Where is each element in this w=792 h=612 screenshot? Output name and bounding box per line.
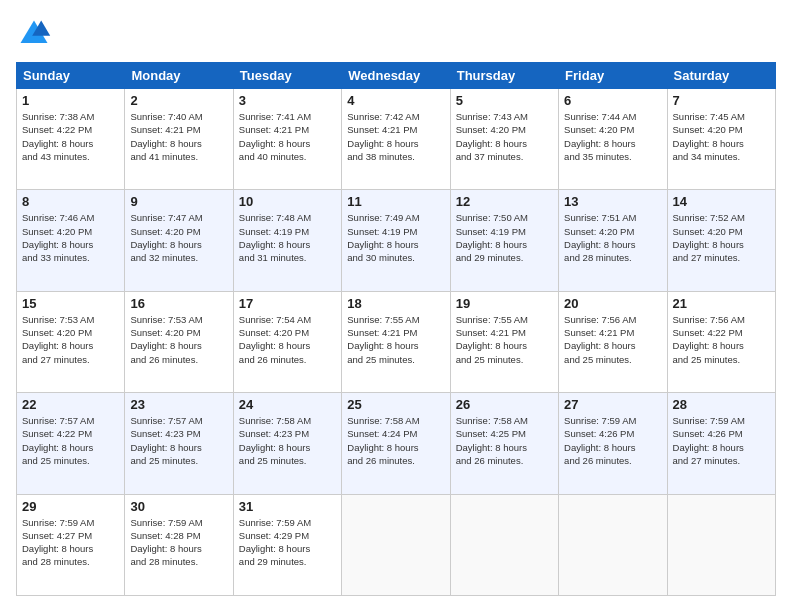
day-number: 15	[22, 296, 119, 311]
calendar-cell: 11Sunrise: 7:49 AM Sunset: 4:19 PM Dayli…	[342, 190, 450, 291]
day-info: Sunrise: 7:48 AM Sunset: 4:19 PM Dayligh…	[239, 211, 336, 264]
calendar-cell: 4Sunrise: 7:42 AM Sunset: 4:21 PM Daylig…	[342, 89, 450, 190]
calendar-cell: 14Sunrise: 7:52 AM Sunset: 4:20 PM Dayli…	[667, 190, 775, 291]
day-info: Sunrise: 7:44 AM Sunset: 4:20 PM Dayligh…	[564, 110, 661, 163]
logo	[16, 16, 56, 52]
day-info: Sunrise: 7:53 AM Sunset: 4:20 PM Dayligh…	[22, 313, 119, 366]
weekday-header-monday: Monday	[125, 63, 233, 89]
day-number: 21	[673, 296, 770, 311]
calendar-cell: 21Sunrise: 7:56 AM Sunset: 4:22 PM Dayli…	[667, 291, 775, 392]
calendar-cell: 28Sunrise: 7:59 AM Sunset: 4:26 PM Dayli…	[667, 393, 775, 494]
day-number: 23	[130, 397, 227, 412]
day-number: 7	[673, 93, 770, 108]
day-info: Sunrise: 7:57 AM Sunset: 4:22 PM Dayligh…	[22, 414, 119, 467]
day-info: Sunrise: 7:49 AM Sunset: 4:19 PM Dayligh…	[347, 211, 444, 264]
day-number: 5	[456, 93, 553, 108]
calendar-cell: 3Sunrise: 7:41 AM Sunset: 4:21 PM Daylig…	[233, 89, 341, 190]
calendar-cell: 2Sunrise: 7:40 AM Sunset: 4:21 PM Daylig…	[125, 89, 233, 190]
day-info: Sunrise: 7:56 AM Sunset: 4:21 PM Dayligh…	[564, 313, 661, 366]
page: SundayMondayTuesdayWednesdayThursdayFrid…	[0, 0, 792, 612]
weekday-header-thursday: Thursday	[450, 63, 558, 89]
day-info: Sunrise: 7:52 AM Sunset: 4:20 PM Dayligh…	[673, 211, 770, 264]
day-info: Sunrise: 7:43 AM Sunset: 4:20 PM Dayligh…	[456, 110, 553, 163]
day-number: 13	[564, 194, 661, 209]
calendar-cell: 30Sunrise: 7:59 AM Sunset: 4:28 PM Dayli…	[125, 494, 233, 595]
day-number: 30	[130, 499, 227, 514]
calendar-cell: 16Sunrise: 7:53 AM Sunset: 4:20 PM Dayli…	[125, 291, 233, 392]
day-info: Sunrise: 7:41 AM Sunset: 4:21 PM Dayligh…	[239, 110, 336, 163]
day-info: Sunrise: 7:45 AM Sunset: 4:20 PM Dayligh…	[673, 110, 770, 163]
calendar-cell	[342, 494, 450, 595]
day-number: 16	[130, 296, 227, 311]
day-number: 11	[347, 194, 444, 209]
calendar-cell: 17Sunrise: 7:54 AM Sunset: 4:20 PM Dayli…	[233, 291, 341, 392]
day-number: 29	[22, 499, 119, 514]
calendar-table: SundayMondayTuesdayWednesdayThursdayFrid…	[16, 62, 776, 596]
day-info: Sunrise: 7:59 AM Sunset: 4:26 PM Dayligh…	[564, 414, 661, 467]
calendar-cell: 26Sunrise: 7:58 AM Sunset: 4:25 PM Dayli…	[450, 393, 558, 494]
calendar-cell: 8Sunrise: 7:46 AM Sunset: 4:20 PM Daylig…	[17, 190, 125, 291]
day-number: 9	[130, 194, 227, 209]
weekday-header-sunday: Sunday	[17, 63, 125, 89]
week-row-2: 8Sunrise: 7:46 AM Sunset: 4:20 PM Daylig…	[17, 190, 776, 291]
calendar-cell	[667, 494, 775, 595]
day-info: Sunrise: 7:58 AM Sunset: 4:25 PM Dayligh…	[456, 414, 553, 467]
weekday-header-friday: Friday	[559, 63, 667, 89]
calendar-cell: 1Sunrise: 7:38 AM Sunset: 4:22 PM Daylig…	[17, 89, 125, 190]
logo-icon	[16, 16, 52, 52]
day-number: 12	[456, 194, 553, 209]
calendar-cell: 5Sunrise: 7:43 AM Sunset: 4:20 PM Daylig…	[450, 89, 558, 190]
calendar-cell: 15Sunrise: 7:53 AM Sunset: 4:20 PM Dayli…	[17, 291, 125, 392]
calendar-cell: 9Sunrise: 7:47 AM Sunset: 4:20 PM Daylig…	[125, 190, 233, 291]
day-info: Sunrise: 7:59 AM Sunset: 4:27 PM Dayligh…	[22, 516, 119, 569]
calendar-cell: 23Sunrise: 7:57 AM Sunset: 4:23 PM Dayli…	[125, 393, 233, 494]
day-info: Sunrise: 7:59 AM Sunset: 4:29 PM Dayligh…	[239, 516, 336, 569]
day-number: 6	[564, 93, 661, 108]
day-number: 2	[130, 93, 227, 108]
day-number: 19	[456, 296, 553, 311]
day-info: Sunrise: 7:38 AM Sunset: 4:22 PM Dayligh…	[22, 110, 119, 163]
day-info: Sunrise: 7:59 AM Sunset: 4:28 PM Dayligh…	[130, 516, 227, 569]
day-info: Sunrise: 7:42 AM Sunset: 4:21 PM Dayligh…	[347, 110, 444, 163]
day-info: Sunrise: 7:56 AM Sunset: 4:22 PM Dayligh…	[673, 313, 770, 366]
day-number: 28	[673, 397, 770, 412]
calendar-cell: 20Sunrise: 7:56 AM Sunset: 4:21 PM Dayli…	[559, 291, 667, 392]
header	[16, 16, 776, 52]
day-number: 3	[239, 93, 336, 108]
calendar-cell: 22Sunrise: 7:57 AM Sunset: 4:22 PM Dayli…	[17, 393, 125, 494]
calendar-cell: 24Sunrise: 7:58 AM Sunset: 4:23 PM Dayli…	[233, 393, 341, 494]
day-info: Sunrise: 7:57 AM Sunset: 4:23 PM Dayligh…	[130, 414, 227, 467]
day-number: 24	[239, 397, 336, 412]
calendar-cell: 27Sunrise: 7:59 AM Sunset: 4:26 PM Dayli…	[559, 393, 667, 494]
day-number: 31	[239, 499, 336, 514]
calendar-cell: 6Sunrise: 7:44 AM Sunset: 4:20 PM Daylig…	[559, 89, 667, 190]
day-info: Sunrise: 7:47 AM Sunset: 4:20 PM Dayligh…	[130, 211, 227, 264]
day-number: 17	[239, 296, 336, 311]
day-number: 25	[347, 397, 444, 412]
calendar-cell	[559, 494, 667, 595]
day-info: Sunrise: 7:40 AM Sunset: 4:21 PM Dayligh…	[130, 110, 227, 163]
day-number: 26	[456, 397, 553, 412]
calendar-cell: 29Sunrise: 7:59 AM Sunset: 4:27 PM Dayli…	[17, 494, 125, 595]
day-number: 4	[347, 93, 444, 108]
day-number: 8	[22, 194, 119, 209]
day-info: Sunrise: 7:46 AM Sunset: 4:20 PM Dayligh…	[22, 211, 119, 264]
day-info: Sunrise: 7:55 AM Sunset: 4:21 PM Dayligh…	[347, 313, 444, 366]
week-row-1: 1Sunrise: 7:38 AM Sunset: 4:22 PM Daylig…	[17, 89, 776, 190]
weekday-header-tuesday: Tuesday	[233, 63, 341, 89]
day-number: 27	[564, 397, 661, 412]
day-number: 10	[239, 194, 336, 209]
week-row-4: 22Sunrise: 7:57 AM Sunset: 4:22 PM Dayli…	[17, 393, 776, 494]
day-number: 18	[347, 296, 444, 311]
weekday-header-wednesday: Wednesday	[342, 63, 450, 89]
day-number: 1	[22, 93, 119, 108]
day-info: Sunrise: 7:53 AM Sunset: 4:20 PM Dayligh…	[130, 313, 227, 366]
week-row-5: 29Sunrise: 7:59 AM Sunset: 4:27 PM Dayli…	[17, 494, 776, 595]
day-number: 14	[673, 194, 770, 209]
day-info: Sunrise: 7:59 AM Sunset: 4:26 PM Dayligh…	[673, 414, 770, 467]
day-info: Sunrise: 7:50 AM Sunset: 4:19 PM Dayligh…	[456, 211, 553, 264]
weekday-header-row: SundayMondayTuesdayWednesdayThursdayFrid…	[17, 63, 776, 89]
weekday-header-saturday: Saturday	[667, 63, 775, 89]
day-number: 22	[22, 397, 119, 412]
calendar-cell: 12Sunrise: 7:50 AM Sunset: 4:19 PM Dayli…	[450, 190, 558, 291]
